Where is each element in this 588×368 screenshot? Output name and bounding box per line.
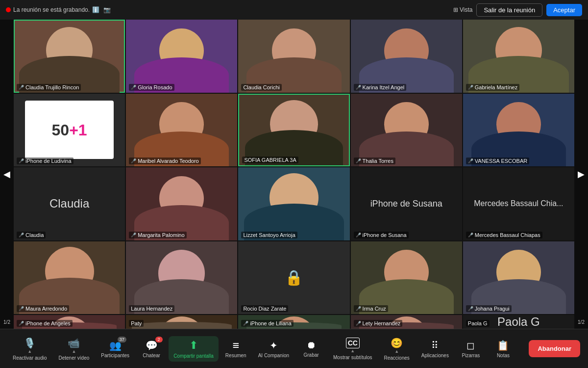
record-label: Grabar — [303, 352, 318, 358]
name-label-lizzet: Lizzet Santoyo Arrioja — [241, 232, 297, 238]
camera-icon: 📷 — [103, 6, 111, 13]
video-cell-maribel: 🎤 Maribel Alvarado Teodoro — [126, 94, 237, 167]
toolbar-item-audio[interactable]: 🎙️ ▲ Reactivar audio — [8, 334, 51, 364]
participants-label: Participantes — [101, 353, 129, 358]
whiteboards-label: Pizarras — [462, 353, 480, 358]
mic-off-icon: 🎤 — [356, 306, 361, 311]
audio-icon: 🎙️ — [24, 337, 36, 349]
accept-button[interactable]: Aceptar — [546, 4, 582, 16]
video-cell-laura: Laura Hernandez — [126, 241, 237, 315]
view-control[interactable]: ⊞ Vista — [453, 6, 472, 13]
participant-name: Karina Itzel Angel — [363, 84, 405, 90]
whiteboards-icon: ◻ — [466, 340, 475, 351]
toolbar-item-participants[interactable]: 👥 37 Participantes — [96, 337, 134, 361]
text-name-paola: Paola G — [497, 315, 540, 329]
camera-wrap: 📷 — [103, 6, 111, 13]
record-icon: ⏺ — [306, 340, 316, 351]
toolbar-item-summary[interactable]: ≡ Resumen — [220, 336, 251, 361]
reactions-label: Reacciones — [384, 355, 410, 361]
text-name-mercedes: Mercedes Bassaul Chia... — [474, 199, 563, 208]
name-label-sofia: SOFIA GABRIELA 3A — [242, 157, 298, 163]
participant-name: Irma Cruz — [363, 306, 386, 312]
mic-off-icon: 🎤 — [19, 321, 24, 326]
name-label-johana: 🎤 Johana Pragui — [466, 305, 512, 312]
participant-name: iPhone de Susana — [363, 232, 407, 238]
mic-off-icon: 🎤 — [19, 233, 24, 237]
video-cell-iphone-susana: iPhone de Susana 🎤 iPhone de Susana — [351, 167, 462, 240]
main-area: ◀ 1/2 🎤 Claudia Trujillo Rincon 🎤 G — [0, 20, 588, 329]
toolbar-item-apps[interactable]: ⠿ Aplicaciones — [416, 337, 454, 361]
video-cell-gabriela: 🎤 Gabriela Martínez — [463, 20, 574, 93]
toolbar-item-whiteboards[interactable]: ◻ Pizarras — [456, 337, 486, 361]
video-cell-maura: 🎤 Maura Arredondo — [14, 241, 125, 315]
video-cell-johana: 🎤 Johana Pragui — [463, 241, 574, 315]
mic-off-icon: 🎤 — [468, 85, 473, 90]
video-cell-paty: Paty — [126, 315, 237, 329]
name-label-claudia: 🎤 Claudia — [17, 232, 46, 238]
mic-off-icon: 🎤 — [19, 158, 24, 163]
toolbar-item-video[interactable]: 📹 ▲ Detener vídeo — [53, 334, 94, 364]
participant-name: iPhone de Ludivina — [25, 158, 72, 164]
leave-button[interactable]: Salir de la reunión — [476, 3, 542, 17]
video-cell-claudia-corichi: Claudia Corichi — [238, 20, 349, 93]
info-icon[interactable]: ℹ️ — [92, 6, 99, 13]
toolbar-item-record[interactable]: ⏺ Grabar — [296, 337, 326, 361]
video-label: Detener vídeo — [58, 355, 89, 361]
chat-label: Chatear — [143, 353, 160, 358]
participant-name: Margarita Palomino — [138, 232, 184, 238]
video-icon: 📹 — [68, 337, 80, 349]
apps-label: Aplicaciones — [421, 353, 449, 358]
prev-page-button[interactable]: ◀ 1/2 — [0, 20, 14, 329]
name-label-irma: 🎤 Irma Cruz — [354, 305, 388, 312]
participant-name: Mercedes Bassaul Chiapas — [475, 232, 540, 238]
toolbar-item-chat[interactable]: 💬 2 Chatear — [136, 337, 167, 361]
participant-name: VANESSA ESCOBAR — [475, 158, 527, 164]
mic-off-icon: 🎤 — [131, 158, 136, 163]
video-cell-paola: Paola G Paola G — [463, 315, 574, 329]
top-bar-left: La reunión se está grabando. ℹ️ 📷 — [6, 6, 111, 13]
participant-name: Laura Hernandez — [131, 306, 172, 312]
video-cell-claudia: Claudia 🎤 Claudia — [14, 167, 125, 240]
toolbar-item-reactions[interactable]: 😊 ▲ Reacciones — [379, 334, 415, 364]
toolbar-item-notes[interactable]: 📋 Notas — [488, 337, 518, 361]
name-label-rocio: Rocio Diaz Zarate — [241, 305, 288, 312]
name-label-iphone-angeles: 🎤 iPhone de Angeles — [17, 320, 73, 327]
name-label-thalia: 🎤 Thalia Torres — [354, 158, 395, 164]
name-label-paty: Paty — [129, 320, 144, 327]
notes-label: Notas — [497, 353, 510, 358]
video-cell-mercedes: Mercedes Bassaul Chia... 🎤 Mercedes Bass… — [463, 167, 574, 240]
captions-chevron: ▲ — [350, 348, 355, 353]
abandon-button[interactable]: Abandonar — [529, 340, 580, 357]
participant-name: Thalia Torres — [363, 158, 393, 164]
mic-off-icon: 🎤 — [19, 306, 24, 311]
right-chevron-icon: ▶ — [578, 169, 585, 180]
video-cell-vanessa: 🎤 VANESSA ESCOBAR — [463, 94, 574, 167]
notes-icon: 📋 — [497, 340, 509, 351]
participant-name: iPhone de Angeles — [25, 320, 71, 326]
participant-name: Lety Hernandez — [363, 320, 401, 326]
name-label-lety: 🎤 Lety Hernandez — [354, 320, 403, 327]
participant-name: SOFIA GABRIELA 3A — [244, 157, 296, 163]
name-label-iphone-susana: 🎤 iPhone de Susana — [354, 232, 409, 238]
captions-label: Mostrar subtítulos — [333, 355, 372, 360]
apps-icon: ⠿ — [431, 340, 439, 351]
name-label-paola: Paola G — [466, 320, 490, 327]
summary-icon: ≡ — [233, 339, 239, 351]
name-label-vanessa: 🎤 VANESSA ESCOBAR — [466, 158, 529, 164]
toolbar-item-share[interactable]: ⬆ Compartir pantalla — [169, 336, 219, 362]
next-page-button[interactable]: ▶ 1/2 — [574, 20, 588, 329]
grid-icon: ⊞ — [453, 6, 458, 13]
toolbar-item-ai[interactable]: ✦ AI Companion — [253, 337, 294, 361]
audio-chevron: ▲ — [27, 349, 32, 354]
participant-name: Johana Pragui — [475, 306, 510, 312]
rec-dot — [6, 7, 11, 12]
toolbar-item-captions[interactable]: CC ▲ Mostrar subtítulos — [328, 335, 377, 363]
name-label-margarita: 🎤 Margarita Palomino — [129, 232, 186, 238]
video-cell-margarita: 🎤 Margarita Palomino — [126, 167, 237, 240]
participant-name: Lizzet Santoyo Arrioja — [243, 232, 295, 238]
participant-name: Rocio Diaz Zarate — [243, 306, 286, 312]
name-label-gabriela: 🎤 Gabriela Martínez — [466, 84, 519, 91]
view-label: Vista — [460, 6, 472, 13]
participant-name: iPhone de Liliana — [250, 320, 291, 326]
video-cell-karina: 🎤 Karina Itzel Angel — [351, 20, 462, 93]
